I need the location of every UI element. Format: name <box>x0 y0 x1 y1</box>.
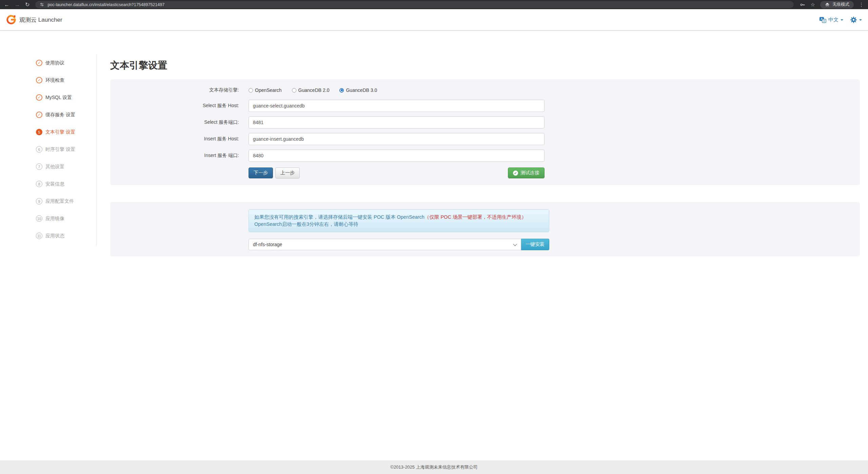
reload-icon[interactable]: ↻ <box>25 2 29 7</box>
page-title: 文本引擎设置 <box>110 60 860 71</box>
sidebar-item-label: 缓存服务 设置 <box>45 112 75 118</box>
test-connection-button[interactable]: 测试连接 <box>508 167 545 178</box>
forward-icon[interactable]: → <box>15 2 20 7</box>
sidebar-item-label: MySQL 设置 <box>45 95 72 101</box>
radio-guancedb-2[interactable]: GuanceDB 2.0 <box>292 87 330 93</box>
notice-text: 如果您没有可用的搜索引擎，请选择存储后端一键安装 POC 版本 OpenSear… <box>254 214 425 220</box>
check-circle-icon <box>36 112 42 118</box>
notice-line2: OpenSearch启动一般在3分钟左右，请耐心等待 <box>254 221 358 227</box>
sidebar-item-app-status[interactable]: 11 应用状态 <box>36 227 96 244</box>
sidebar-item-label: 文本引擎 设置 <box>45 129 75 135</box>
language-label: 中文 <box>828 17 839 23</box>
sidebar-item-other-settings[interactable]: 7 其他设置 <box>36 158 96 175</box>
storage-select-value: df-nfs-storage <box>253 242 282 247</box>
browser-toolbar: ← → ↻ poc-launcher.dataflux.cn/install/e… <box>0 0 868 9</box>
incognito-label: 无痕模式 <box>832 2 849 7</box>
chevron-down-icon <box>513 242 517 246</box>
radio-checked-icon[interactable] <box>339 88 344 93</box>
brand-title: 观测云 Launcher <box>19 16 62 24</box>
back-icon[interactable]: ← <box>4 2 9 7</box>
engine-form-panel: 文本存储引擎: OpenSearch GuanceDB 2.0 GuanceDB… <box>110 79 860 185</box>
step-number-badge: 6 <box>36 146 42 153</box>
password-key-icon[interactable] <box>800 2 806 8</box>
engine-type-label: 文本存储引擎: <box>110 87 239 93</box>
check-circle-icon <box>513 171 518 176</box>
brand: 观测云 Launcher <box>6 15 62 25</box>
sidebar-item-label: 其他设置 <box>45 164 64 170</box>
chevron-down-icon <box>859 19 862 21</box>
copyright-text: ©2013-2025 上海观测未来信息技术有限公司 <box>390 464 477 470</box>
sidebar-item-text-engine[interactable]: 5 文本引擎 设置 <box>36 123 96 141</box>
install-steps-sidebar: 使用协议 环境检查 MySQL 设置 缓存服务 设置 5 文本引擎 设置 6 时… <box>0 54 97 246</box>
app-header: 观测云 Launcher A 文 中文 <box>0 9 868 31</box>
opensearch-notice: 如果您没有可用的搜索引擎，请选择存储后端一键安装 POC 版本 OpenSear… <box>249 209 549 232</box>
page-footer: ©2013-2025 上海观测未来信息技术有限公司 <box>0 460 868 474</box>
sidebar-item-label: 应用镜像 <box>45 216 64 222</box>
sidebar-item-label: 使用协议 <box>45 60 64 66</box>
sidebar-item-install-info[interactable]: 8 安装信息 <box>36 175 96 193</box>
sidebar-item-label: 应用配置文件 <box>45 198 74 204</box>
step-number-badge: 5 <box>36 129 42 135</box>
site-settings-icon[interactable] <box>39 2 44 7</box>
select-port-label: Select 服务端口: <box>110 119 239 125</box>
sidebar-item-app-image[interactable]: 10 应用镜像 <box>36 210 96 227</box>
sidebar-item-agreement[interactable]: 使用协议 <box>36 54 96 72</box>
notice-warning-text: （仅限 POC 场景一键部署，不适用生产环境） <box>425 214 526 220</box>
insert-port-label: Insert 服务 端口: <box>110 153 239 159</box>
sidebar-item-label: 应用状态 <box>45 233 64 239</box>
select-host-input[interactable] <box>249 100 545 112</box>
browser-menu-icon[interactable]: ⋮ <box>859 2 864 8</box>
insert-port-input[interactable] <box>249 150 545 162</box>
step-number-badge: 11 <box>36 233 42 239</box>
radio-opensearch[interactable]: OpenSearch <box>249 87 282 93</box>
radio-icon[interactable] <box>249 88 253 93</box>
address-bar[interactable]: poc-launcher.dataflux.cn/install/elastic… <box>35 1 793 8</box>
storage-select[interactable]: df-nfs-storage <box>249 239 521 250</box>
sidebar-item-cache[interactable]: 缓存服务 设置 <box>36 106 96 123</box>
insert-host-label: Insert 服务 Host: <box>110 136 239 142</box>
prev-step-button[interactable]: 上一步 <box>275 167 300 178</box>
incognito-spy-icon <box>825 2 830 7</box>
check-circle-icon <box>36 77 42 83</box>
one-click-install-panel: 如果您没有可用的搜索引擎，请选择存储后端一键安装 POC 版本 OpenSear… <box>110 202 860 256</box>
step-number-badge: 10 <box>36 215 42 222</box>
check-circle-icon <box>36 60 42 66</box>
language-switcher[interactable]: A 文 中文 <box>819 16 843 23</box>
radio-icon[interactable] <box>292 88 296 93</box>
guance-logo-icon <box>6 15 16 25</box>
select-host-label: Select 服务 Host: <box>110 103 239 109</box>
url-text: poc-launcher.dataflux.cn/install/elastic… <box>47 2 164 7</box>
sidebar-item-label: 环境检查 <box>45 77 64 83</box>
one-click-install-button[interactable]: 一键安装 <box>521 239 549 250</box>
svg-text:文: 文 <box>823 19 825 22</box>
gear-icon <box>850 16 857 23</box>
check-circle-icon <box>36 94 42 101</box>
translate-icon: A 文 <box>819 16 826 23</box>
radio-guancedb-3[interactable]: GuanceDB 3.0 <box>339 87 377 93</box>
settings-menu[interactable] <box>850 16 862 23</box>
sidebar-item-env-check[interactable]: 环境检查 <box>36 72 96 89</box>
bookmark-star-icon[interactable]: ☆ <box>811 2 815 8</box>
chevron-down-icon <box>841 19 843 21</box>
step-number-badge: 8 <box>36 181 42 187</box>
incognito-badge[interactable]: 无痕模式 <box>820 1 854 8</box>
step-number-badge: 9 <box>36 198 42 204</box>
sidebar-item-label: 安装信息 <box>45 181 64 187</box>
sidebar-item-app-config[interactable]: 9 应用配置文件 <box>36 193 96 210</box>
insert-host-input[interactable] <box>249 133 545 145</box>
sidebar-item-label: 时序引擎 设置 <box>45 146 75 153</box>
next-step-button[interactable]: 下一步 <box>249 167 273 178</box>
sidebar-item-mysql[interactable]: MySQL 设置 <box>36 89 96 106</box>
select-port-input[interactable] <box>249 116 545 129</box>
step-number-badge: 7 <box>36 163 42 170</box>
sidebar-item-timeseries-engine[interactable]: 6 时序引擎 设置 <box>36 141 96 158</box>
